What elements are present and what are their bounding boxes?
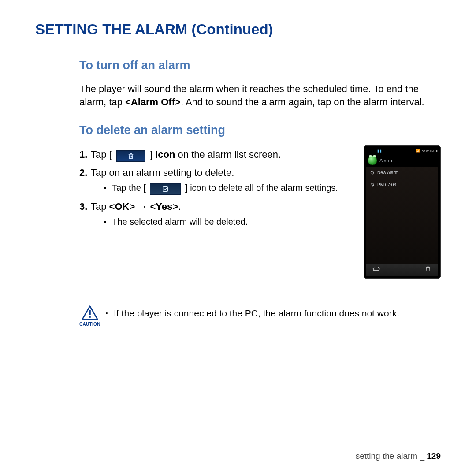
svg-rect-3 (89, 310, 91, 315)
svg-rect-0 (163, 187, 168, 192)
alarm-icon (370, 170, 375, 175)
step3-sub-text: The selected alarm will be deleted. (112, 217, 248, 227)
caution-label: CAUTION (79, 322, 100, 327)
body-post: . And to sound the alarm again, tap on t… (181, 97, 424, 108)
footer-section: setting the alarm (356, 451, 417, 461)
page-title: SETTING THE ALARM (Continued) (35, 21, 441, 41)
check-all-icon (150, 183, 181, 195)
footer-page-number: 129 (427, 451, 441, 461)
step3-bold: <OK> → <Yes> (109, 201, 178, 212)
section-delete: To delete an alarm setting Tap [ ] icon … (79, 123, 441, 327)
list-item-label: New Alarm (377, 170, 398, 175)
caution-block: CAUTION If the player is connected to th… (79, 305, 441, 327)
footer-sep: _ (417, 451, 427, 461)
device-app-header: Alarm (366, 154, 438, 167)
section-title-delete: To delete an alarm setting (79, 123, 441, 140)
battery-icon: ▮ (436, 149, 438, 153)
step3-pre: Tap (91, 201, 109, 212)
caution-text-span: If the player is connected to the PC, th… (114, 308, 399, 318)
step1-bold: icon (155, 149, 175, 160)
device-app-title: Alarm (379, 158, 392, 163)
back-icon[interactable] (372, 266, 380, 274)
caution-text: If the player is connected to the PC, th… (106, 307, 399, 320)
step3-post: . (178, 201, 181, 212)
list-item[interactable]: PM 07:06 (366, 179, 438, 191)
list-item[interactable]: New Alarm (366, 167, 438, 179)
trash-icon (116, 150, 145, 162)
step2-text: Tap on an alarm setting to delete. (91, 167, 234, 178)
step2-sub-pre: Tap the [ (112, 183, 146, 193)
body-bold: <Alarm Off> (125, 97, 181, 108)
turn-off-body: The player will sound the alarm when it … (79, 82, 441, 108)
device-screenshot: ❚❚ 📶 07:06PM ▮ Alarm (364, 145, 441, 279)
step2-sub: Tap the [ ] icon to delete all of the al… (104, 182, 356, 195)
step1-pre: Tap [ (91, 149, 112, 160)
page-footer: setting the alarm _ 129 (356, 451, 441, 461)
step-1: Tap [ ] icon on the alarm list screen. (79, 147, 356, 162)
device-footer (366, 264, 438, 276)
step3-sub: The selected alarm will be deleted. (104, 216, 356, 228)
step-2: Tap on an alarm setting to delete. Tap t… (79, 165, 356, 195)
device-statusbar: ❚❚ 📶 07:06PM ▮ (366, 148, 438, 154)
section-title-turn-off: To turn off an alarm (79, 59, 441, 75)
steps-list: Tap [ ] icon on the alarm list screen. T… (79, 147, 356, 228)
alarm-clock-icon (368, 156, 377, 165)
signal-icon: 📶 (416, 149, 420, 153)
device-alarm-list: New Alarm PM 07:06 (366, 167, 438, 264)
section-turn-off: To turn off an alarm The player will sou… (79, 59, 441, 108)
svg-rect-4 (89, 316, 91, 318)
step-3: Tap <OK> → <Yes>. The selected alarm wil… (79, 199, 356, 228)
list-item-label: PM 07:06 (377, 182, 396, 187)
pause-icon: ❚❚ (377, 149, 382, 153)
caution-icon (81, 305, 99, 321)
trash-icon[interactable] (424, 266, 432, 274)
step1-post: ] (150, 149, 155, 160)
step1-tail: on the alarm list screen. (178, 149, 281, 160)
status-time: 07:06PM (422, 150, 434, 153)
alarm-icon (370, 182, 375, 187)
step2-sub-post: ] icon to delete all of the alarm settin… (185, 183, 338, 193)
